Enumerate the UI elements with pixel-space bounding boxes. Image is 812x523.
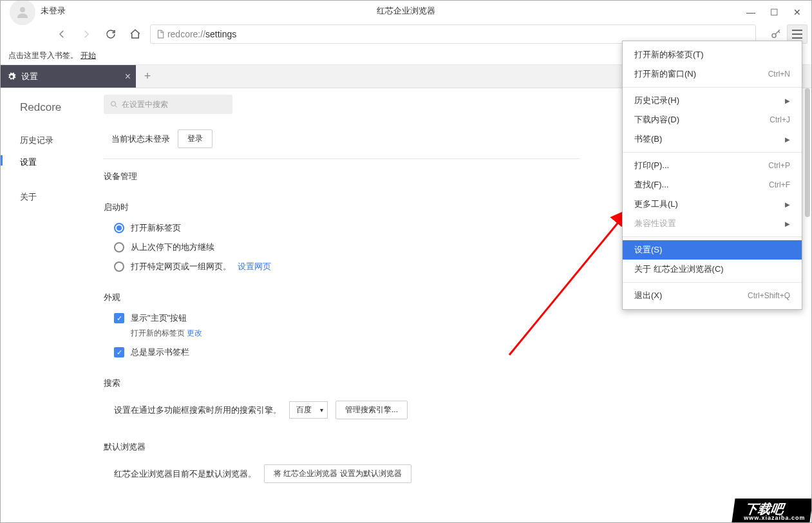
- section-search-title: 搜索: [104, 377, 580, 389]
- avatar[interactable]: [10, 0, 35, 25]
- page-icon: [156, 30, 165, 39]
- svg-point-1: [772, 33, 776, 37]
- startup-opt-pages[interactable]: 打开特定网页或一组网页。 设置网页: [104, 261, 580, 272]
- check-show-bookmarks[interactable]: ✓ 总是显示书签栏: [104, 347, 580, 358]
- maximize-button[interactable]: ☐: [762, 3, 786, 21]
- sidebar-brand: Redcore: [20, 101, 104, 114]
- startup-opt-newtab[interactable]: 打开新标签页: [104, 222, 580, 234]
- svg-point-0: [20, 7, 25, 12]
- minimize-button[interactable]: ―: [739, 3, 762, 21]
- tab-close-icon[interactable]: ×: [125, 71, 131, 82]
- url-path: settings: [205, 29, 236, 39]
- section-appearance-title: 外观: [104, 292, 580, 303]
- change-home-link[interactable]: 更改: [187, 328, 202, 338]
- menu-print[interactable]: 打印(P)...Ctrl+P: [623, 156, 802, 175]
- close-button[interactable]: ✕: [786, 3, 809, 21]
- default-browser-status: 红芯企业浏览器目前不是默认浏览器。: [114, 468, 256, 480]
- window-controls: ― ☐ ✕: [739, 3, 809, 21]
- login-status: 未登录: [41, 5, 66, 17]
- watermark: 下载吧 www.xiazaiba.com: [732, 499, 812, 522]
- svg-point-2: [111, 102, 116, 106]
- scrollbar[interactable]: [805, 88, 810, 217]
- user-icon: [15, 5, 30, 20]
- title-bar: 未登录 红芯企业浏览器 ― ☐ ✕: [1, 1, 811, 21]
- menu-compat: 兼容性设置▶: [623, 214, 802, 233]
- menu-about[interactable]: 关于 红芯企业浏览器(C): [623, 260, 802, 279]
- menu-downloads[interactable]: 下载内容(D)Ctrl+J: [623, 110, 802, 129]
- account-status: 当前状态未登录: [111, 133, 170, 145]
- gear-icon: [7, 72, 16, 81]
- import-bookmarks-hint[interactable]: 点击这里导入书签。: [8, 50, 78, 61]
- menu-find[interactable]: 查找(F)...Ctrl+F: [623, 175, 802, 195]
- back-button[interactable]: [52, 24, 71, 44]
- menu-more-tools[interactable]: 更多工具(L)▶: [623, 195, 802, 214]
- checkbox-icon: ✓: [114, 347, 124, 357]
- set-default-browser-button[interactable]: 将 红芯企业浏览器 设置为默认浏览器: [264, 464, 411, 483]
- search-desc: 设置在通过多功能框搜索时所用的搜索引擎。: [114, 404, 281, 416]
- menu-new-tab[interactable]: 打开新的标签页(T): [623, 45, 802, 64]
- bookmark-start[interactable]: 开始: [80, 50, 96, 61]
- menu-bookmarks[interactable]: 书签(B)▶: [623, 129, 802, 149]
- home-button[interactable]: [126, 24, 145, 44]
- checkbox-icon: ✓: [114, 313, 124, 323]
- set-pages-link[interactable]: 设置网页: [238, 261, 271, 272]
- forward-button[interactable]: [77, 24, 96, 44]
- menu-exit[interactable]: 退出(X)Ctrl+Shift+Q: [623, 286, 802, 305]
- sidebar-item-settings[interactable]: 设置: [20, 151, 104, 173]
- login-button[interactable]: 登录: [178, 129, 212, 148]
- check-show-home[interactable]: ✓ 显示"主页"按钮: [104, 312, 580, 324]
- new-tab-button[interactable]: +: [136, 65, 159, 88]
- hamburger-icon: [791, 30, 803, 39]
- tab-label: 设置: [21, 71, 38, 82]
- window-title: 红芯企业浏览器: [377, 5, 435, 17]
- settings-search[interactable]: 在设置中搜索: [104, 95, 232, 114]
- home-subtext: 打开新的标签页 更改: [104, 328, 580, 339]
- menu-history[interactable]: 历史记录(H)▶: [623, 91, 802, 110]
- search-icon: [110, 100, 118, 108]
- url-scheme: redcore://: [167, 29, 205, 39]
- section-default-browser-title: 默认浏览器: [104, 441, 580, 453]
- main-menu-dropdown: 打开新的标签页(T) 打开新的窗口(N)Ctrl+N 历史记录(H)▶ 下载内容…: [622, 41, 802, 310]
- reload-button[interactable]: [101, 24, 120, 44]
- tab-settings[interactable]: 设置 ×: [1, 65, 136, 88]
- menu-settings[interactable]: 设置(S): [623, 240, 802, 260]
- startup-opt-continue[interactable]: 从上次停下的地方继续: [104, 242, 580, 253]
- sidebar-item-history[interactable]: 历史记录: [20, 129, 104, 151]
- search-engine-select[interactable]: 百度: [289, 401, 328, 419]
- menu-new-window[interactable]: 打开新的窗口(N)Ctrl+N: [623, 64, 802, 84]
- settings-sidebar: Redcore 历史记录 设置 关于: [1, 88, 104, 522]
- section-startup-title: 启动时: [104, 202, 580, 213]
- sidebar-item-about[interactable]: 关于: [20, 186, 104, 208]
- section-device: 设备管理: [104, 171, 580, 182]
- manage-engines-button[interactable]: 管理搜索引擎...: [335, 401, 408, 419]
- search-placeholder: 在设置中搜索: [122, 99, 168, 110]
